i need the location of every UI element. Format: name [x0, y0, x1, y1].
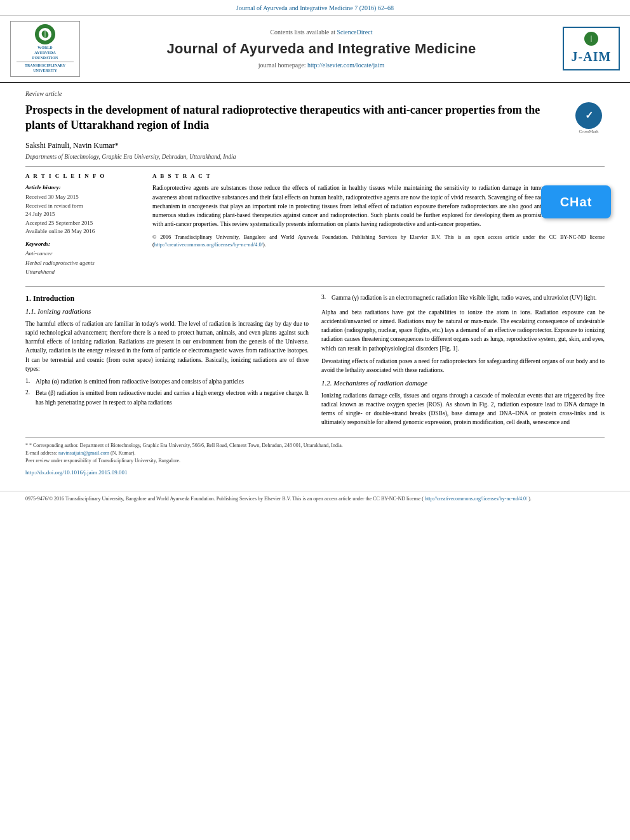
list-num-3: 3. [321, 293, 332, 302]
left-logo: WORLD AYURVEDA FOUNDATION TRANSDISCIPLIN… [10, 21, 80, 77]
authors: Sakshi Painuli, Navin Kumar* [25, 140, 605, 151]
right-para1: Alpha and beta radiations have got the c… [321, 308, 605, 353]
journal-header: WORLD AYURVEDA FOUNDATION TRANSDISCIPLIN… [0, 16, 630, 83]
abstract-heading: A B S T R A C T [152, 172, 605, 180]
footer-bottom: 0975-9476/© 2016 Transdisciplinary Unive… [0, 491, 630, 507]
logo-line5: UNIVERSITY [33, 69, 57, 74]
list-text-1: Alpha (α) radiation is emitted from radi… [36, 377, 244, 386]
article-info-heading: A R T I C L E I N F O [25, 172, 140, 180]
chat-button-label: CHat [560, 193, 593, 211]
email-link[interactable]: navinsaijain@gmail.com [58, 450, 109, 456]
right-para2: Devastating effects of radiation poses a… [321, 357, 605, 375]
list-item-3: 3. Gamma (γ) radiation is an electromagn… [321, 293, 605, 302]
crossmark-badge: ✓ CrossMark [573, 102, 605, 135]
list-item-1: 1. Alpha (α) radiation is emitted from r… [25, 377, 309, 386]
abstract-col: A B S T R A C T Radioprotective agents a… [152, 172, 605, 280]
header-center: Contents lists available at ScienceDirec… [80, 28, 563, 70]
intro-para1: The harmful effects of radiation are fam… [25, 319, 309, 374]
logo-line3: FOUNDATION [32, 56, 58, 61]
main-left-col: 1. Introduction 1.1. Ionizing radiations… [25, 293, 309, 430]
list-text-2: Beta (β) radiation is emitted from radio… [36, 389, 309, 407]
contents-line: Contents lists available at ScienceDirec… [90, 28, 553, 37]
subsection2-title: 1.2. Mechanisms of radiation damage [321, 378, 605, 388]
article-info-col: A R T I C L E I N F O Article history: R… [25, 172, 140, 280]
top-journal-text: Journal of Ayurveda and Integrative Medi… [236, 4, 394, 11]
footer-url[interactable]: http://creativecommons.org/licenses/by-n… [425, 496, 527, 502]
doi-line: http://dx.doi.org/10.1016/j.jaim.2015.09… [25, 469, 605, 477]
logo-line4: TRANSDISCIPLINARY [25, 63, 65, 69]
journal-title: Journal of Ayurveda and Integrative Medi… [90, 39, 553, 59]
copyright-url[interactable]: http://creativecommons.org/licenses/by-n… [154, 241, 263, 248]
email-line: E-mail address: navinsaijain@gmail.com (… [25, 450, 605, 457]
keyword-2: Herbal radioprotective agents [25, 258, 140, 267]
keywords-label: Keywords: [25, 240, 140, 248]
main-content: 1. Introduction 1.1. Ionizing radiations… [25, 293, 605, 430]
accepted-date: Accepted 25 September 2015 [25, 219, 140, 228]
divider-1 [25, 166, 605, 167]
keyword-3: Uttarakhand [25, 267, 140, 276]
footer-note: * * Corresponding author. Department of … [25, 437, 605, 477]
page: Journal of Ayurveda and Integrative Medi… [0, 0, 630, 840]
revised-date: 24 July 2015 [25, 210, 140, 219]
jaim-logo-circle [584, 32, 598, 46]
list-num-2: 2. [25, 389, 36, 407]
jaim-leaf-icon [587, 35, 595, 43]
peer-review-line: Peer review under responsibility of Tran… [25, 457, 605, 465]
copyright-text: © 2016 Transdisciplinary University, Ban… [152, 233, 605, 250]
history-label: Article history: [25, 183, 140, 192]
revised-label: Received in revised form [25, 202, 140, 211]
subsection1-title: 1.1. Ionizing radiations [25, 307, 309, 316]
keyword-1: Anti-cancer [25, 249, 140, 258]
top-journal-reference: Journal of Ayurveda and Integrative Medi… [0, 0, 630, 16]
science-direct-link[interactable]: ScienceDirect [337, 29, 372, 36]
affiliation: Departments of Biotechnology, Graphic Er… [25, 153, 605, 161]
chat-button[interactable]: CHat [541, 185, 611, 218]
logo-box: WORLD AYURVEDA FOUNDATION TRANSDISCIPLIN… [10, 21, 80, 77]
ayurveda-logo-circle [35, 24, 55, 44]
journal-homepage: journal homepage: http://elsevier.com/lo… [90, 61, 553, 70]
article-title: Prospects in the development of natural … [25, 102, 573, 133]
keywords-group: Keywords: Anti-cancer Herbal radioprotec… [25, 240, 140, 277]
article-type-label: Review article [25, 90, 605, 98]
right-logo: J-AIM [563, 27, 620, 70]
jaim-box: J-AIM [563, 27, 620, 70]
abstract-text: Radioprotective agents are substances th… [152, 183, 605, 229]
journal-homepage-link[interactable]: http://elsevier.com/locate/jaim [307, 62, 384, 69]
leaf-icon [41, 30, 50, 39]
title-section: Prospects in the development of natural … [25, 102, 605, 135]
logo-line1: WORLD [37, 46, 52, 51]
available-date: Available online 28 May 2016 [25, 227, 140, 236]
section1-title: 1. Introduction [25, 293, 309, 304]
main-right-col: 3. Gamma (γ) radiation is an electromagn… [321, 293, 605, 430]
logo-line2: AYURVEDA [34, 51, 56, 56]
article-body: Review article Prospects in the developm… [0, 83, 630, 484]
list-num-1: 1. [25, 377, 36, 386]
list-item-2: 2. Beta (β) radiation is emitted from ra… [25, 389, 309, 407]
doi-link[interactable]: http://dx.doi.org/10.1016/j.jaim.2015.09… [25, 469, 128, 476]
footer-star-note: * * Corresponding author. Department of … [25, 442, 605, 450]
crossmark-icon: ✓ [575, 102, 602, 129]
article-history: Article history: Received 30 May 2015 Re… [25, 183, 140, 236]
right-para3: Ionizing radiations damage cells, tissue… [321, 391, 605, 427]
received-date: Received 30 May 2015 [25, 193, 140, 202]
list-text-3: Gamma (γ) radiation is an electromagneti… [332, 293, 596, 302]
crossmark-text: CrossMark [573, 129, 605, 135]
info-abstract-section: A R T I C L E I N F O Article history: R… [25, 172, 605, 280]
divider-2 [25, 286, 605, 287]
jaim-label: J-AIM [568, 48, 615, 65]
